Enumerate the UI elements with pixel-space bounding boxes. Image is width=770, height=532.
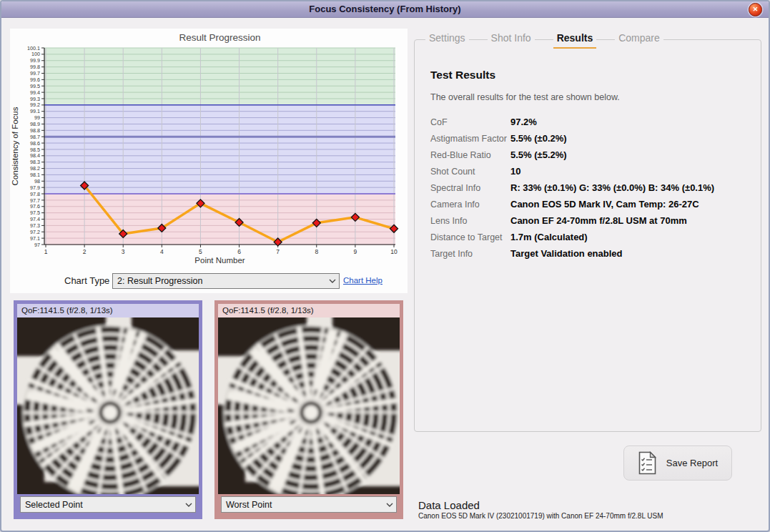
svg-text:98.5: 98.5 <box>30 147 40 153</box>
svg-text:100: 100 <box>31 51 40 57</box>
svg-text:98.4: 98.4 <box>30 152 40 159</box>
tab-results[interactable]: Results <box>553 32 597 49</box>
results-row: Astigmatism Factor5.5% (±0.2%) <box>430 130 752 147</box>
chevron-down-icon <box>182 503 195 507</box>
svg-text:97.6: 97.6 <box>30 203 40 210</box>
result-label: Lens Info <box>430 216 510 226</box>
results-row: Distance to Target1.7m (Calculated) <box>430 229 752 245</box>
svg-text:97: 97 <box>34 242 40 248</box>
svg-text:98.9: 98.9 <box>30 121 40 127</box>
svg-text:99.5: 99.5 <box>30 83 40 89</box>
svg-text:99.1: 99.1 <box>30 108 40 114</box>
results-heading: Test Results <box>430 69 495 82</box>
svg-text:99.4: 99.4 <box>30 89 40 96</box>
result-label: Distance to Target <box>430 232 510 242</box>
result-value: 10 <box>510 166 520 177</box>
worst-point-qof-label: QoF:1141.5 (f/2.8, 1/13s) <box>218 304 400 317</box>
svg-text:9: 9 <box>354 248 357 255</box>
svg-text:97.7: 97.7 <box>30 197 40 204</box>
svg-text:99.8: 99.8 <box>30 64 40 70</box>
svg-text:6: 6 <box>237 248 241 255</box>
result-value: 5.5% (±0.2%) <box>510 133 567 144</box>
svg-text:Point Number: Point Number <box>194 256 245 265</box>
selected-point-select[interactable]: Selected Point <box>20 496 196 513</box>
svg-text:Consistency of Focus: Consistency of Focus <box>11 107 19 185</box>
svg-text:97.8: 97.8 <box>30 191 40 197</box>
selected-point-panel: QoF:1141.5 (f/2.8, 1/13s) Selected Point <box>14 300 202 519</box>
svg-text:97.1: 97.1 <box>30 235 40 242</box>
result-value: 5.5% (±5.2%) <box>510 149 567 160</box>
results-description: The overall results for the test are sho… <box>430 92 620 102</box>
svg-text:99.9: 99.9 <box>30 57 40 64</box>
svg-text:8: 8 <box>315 248 318 255</box>
result-value: R: 33% (±0.1%) G: 33% (±0.0%) B: 34% (±0… <box>510 182 714 193</box>
status-camera-detail: Canon EOS 5D Mark IV (23021001719) with … <box>418 512 663 520</box>
result-label: Astigmatism Factor <box>430 134 510 144</box>
svg-text:97.5: 97.5 <box>30 210 40 216</box>
result-value: 1.7m (Calculated) <box>510 232 588 242</box>
tab-shot-info[interactable]: Shot Info <box>488 32 535 47</box>
chart-type-value: 2: Result Progression <box>113 276 326 286</box>
chart-type-label: Chart Type <box>64 275 109 286</box>
svg-text:98: 98 <box>34 178 40 184</box>
save-report-button[interactable]: Save Report <box>623 445 732 481</box>
svg-text:99.2: 99.2 <box>30 102 40 108</box>
tab-compare[interactable]: Compare <box>615 32 663 47</box>
chart-card: 9797.197.297.397.497.597.697.797.897.998… <box>10 29 408 293</box>
tab-settings[interactable]: Settings <box>425 32 469 47</box>
svg-text:1: 1 <box>44 248 48 255</box>
result-label: Target Info <box>430 249 510 259</box>
svg-text:98.8: 98.8 <box>30 127 40 134</box>
chart-type-select[interactable]: 2: Result Progression <box>112 273 340 289</box>
results-row: Spectral InfoR: 33% (±0.1%) G: 33% (±0.0… <box>430 179 752 196</box>
svg-text:98.1: 98.1 <box>30 172 40 178</box>
svg-text:99: 99 <box>34 114 40 121</box>
close-icon[interactable]: ✕ <box>749 3 762 16</box>
status-data-loaded: Data Loaded <box>418 499 480 511</box>
svg-text:97.9: 97.9 <box>30 184 40 191</box>
svg-text:99.7: 99.7 <box>30 70 40 77</box>
svg-text:4: 4 <box>160 248 164 255</box>
svg-text:98.2: 98.2 <box>30 165 40 172</box>
svg-text:7: 7 <box>276 248 280 255</box>
results-row: Shot Count10 <box>430 163 752 179</box>
worst-point-select[interactable]: Worst Point <box>221 496 397 513</box>
results-row: Camera InfoCanon EOS 5D Mark IV, Cam Tem… <box>430 196 752 212</box>
results-row: Red-Blue Ratio5.5% (±5.2%) <box>430 147 752 163</box>
svg-text:99.6: 99.6 <box>30 77 40 83</box>
chart-help-link[interactable]: Chart Help <box>343 276 382 285</box>
app-window: Focus Consistency (From History) ✕ 9797.… <box>0 0 770 532</box>
result-value: Canon EF 24-70mm f/2.8L USM at 70mm <box>510 215 687 226</box>
result-label: Red-Blue Ratio <box>430 150 510 160</box>
svg-text:98.6: 98.6 <box>30 140 40 147</box>
result-label: CoF <box>430 117 510 127</box>
result-value: Canon EOS 5D Mark IV, Cam Temp: 26-27C <box>510 199 699 210</box>
selected-point-qof-label: QoF:1141.5 (f/2.8, 1/13s) <box>17 304 199 317</box>
result-progression-chart[interactable]: 9797.197.297.397.497.597.697.797.897.998… <box>10 29 408 272</box>
worst-point-image <box>218 317 400 494</box>
selected-point-image <box>17 317 199 494</box>
svg-text:97.4: 97.4 <box>30 216 40 222</box>
tabs-row: SettingsShot InfoResultsCompare <box>425 32 663 49</box>
svg-text:97.3: 97.3 <box>30 222 40 229</box>
result-label: Shot Count <box>430 167 510 177</box>
result-value: 97.2% <box>510 117 537 127</box>
results-row: Lens InfoCanon EF 24-70mm f/2.8L USM at … <box>430 212 752 229</box>
svg-text:99.3: 99.3 <box>30 96 40 102</box>
selected-point-value: Selected Point <box>21 500 182 510</box>
results-row: Target InfoTarget Validation enabled <box>430 245 752 262</box>
result-label: Camera Info <box>430 200 510 210</box>
chart-type-row: Chart Type 2: Result Progression Chart H… <box>10 272 408 290</box>
svg-text:98.7: 98.7 <box>30 134 40 140</box>
svg-text:3: 3 <box>122 248 125 255</box>
report-document-icon <box>638 451 657 475</box>
worst-point-value: Worst Point <box>222 500 383 510</box>
svg-text:100.1: 100.1 <box>27 45 40 51</box>
svg-text:5: 5 <box>199 248 202 255</box>
svg-text:Result Progression: Result Progression <box>179 32 260 43</box>
save-report-label: Save Report <box>666 458 718 468</box>
svg-text:2: 2 <box>83 248 87 255</box>
svg-text:10: 10 <box>390 248 398 255</box>
window-title: Focus Consistency (From History) <box>1 4 769 14</box>
svg-text:97.2: 97.2 <box>30 229 40 235</box>
